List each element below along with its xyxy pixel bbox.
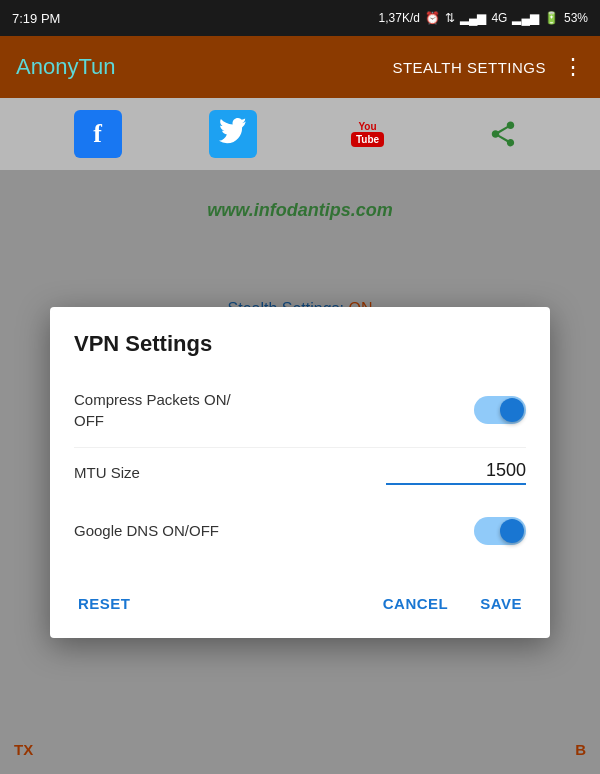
youtube-you-text: You — [358, 121, 376, 132]
google-dns-toggle[interactable] — [474, 517, 526, 545]
google-dns-label: Google DNS ON/OFF — [74, 520, 474, 541]
cancel-save-group: CANCEL SAVE — [371, 585, 534, 622]
vpn-settings-dialog: VPN Settings Compress Packets ON/OFF MTU… — [50, 307, 550, 638]
twitter-icon — [219, 118, 247, 151]
signal-icon: ▂▄▆ — [460, 11, 487, 25]
app-title: AnonyTun — [16, 54, 115, 80]
status-bar: 7:19 PM 1,37K/d ⏰ ⇅ ▂▄▆ 4G ▂▄▆ 🔋 53% — [0, 0, 600, 36]
app-bar: AnonyTun STEALTH SETTINGS ⋮ — [0, 36, 600, 98]
google-dns-toggle-thumb — [500, 519, 524, 543]
time-display: 7:19 PM — [12, 11, 60, 26]
facebook-icon: f — [93, 119, 102, 149]
youtube-button[interactable]: You Tube — [344, 110, 392, 158]
social-bar: f You Tube — [0, 98, 600, 170]
network-type: 4G — [491, 11, 507, 25]
dialog-actions: RESET CANCEL SAVE — [50, 577, 550, 638]
mtu-input[interactable] — [386, 460, 526, 481]
compress-toggle-track — [474, 396, 526, 424]
compress-packets-label: Compress Packets ON/OFF — [74, 389, 474, 431]
cancel-button[interactable]: CANCEL — [371, 585, 461, 622]
signal-icon-2: ▂▄▆ — [512, 11, 539, 25]
status-icons: 1,37K/d ⏰ ⇅ ▂▄▆ 4G ▂▄▆ 🔋 53% — [379, 11, 588, 25]
compress-toggle-thumb — [500, 398, 524, 422]
main-content: www.infodantips.com Stealth Settings: ON… — [0, 170, 600, 774]
battery-icon: 🔋 — [544, 11, 559, 25]
dialog-title: VPN Settings — [50, 307, 550, 373]
battery-percent: 53% — [564, 11, 588, 25]
mtu-size-row: MTU Size — [74, 448, 526, 485]
network-speed: 1,37K/d — [379, 11, 420, 25]
save-button[interactable]: SAVE — [468, 585, 534, 622]
mtu-label: MTU Size — [74, 464, 140, 481]
mtu-input-container — [386, 460, 526, 485]
google-dns-toggle-track — [474, 517, 526, 545]
dialog-overlay: VPN Settings Compress Packets ON/OFF MTU… — [0, 170, 600, 774]
dialog-body: Compress Packets ON/OFF MTU Size — [50, 373, 550, 577]
data-transfer-icon: ⇅ — [445, 11, 455, 25]
overflow-menu-icon[interactable]: ⋮ — [562, 56, 584, 78]
alarm-icon: ⏰ — [425, 11, 440, 25]
compress-packets-row: Compress Packets ON/OFF — [74, 373, 526, 448]
facebook-button[interactable]: f — [74, 110, 122, 158]
youtube-tube-text: Tube — [351, 132, 384, 147]
app-bar-right: STEALTH SETTINGS ⋮ — [392, 56, 584, 78]
reset-button[interactable]: RESET — [66, 585, 143, 622]
compress-packets-toggle[interactable] — [474, 396, 526, 424]
mtu-underline — [386, 483, 526, 485]
share-button[interactable] — [479, 110, 527, 158]
twitter-button[interactable] — [209, 110, 257, 158]
google-dns-row: Google DNS ON/OFF — [74, 501, 526, 561]
stealth-settings-label: STEALTH SETTINGS — [392, 59, 546, 76]
